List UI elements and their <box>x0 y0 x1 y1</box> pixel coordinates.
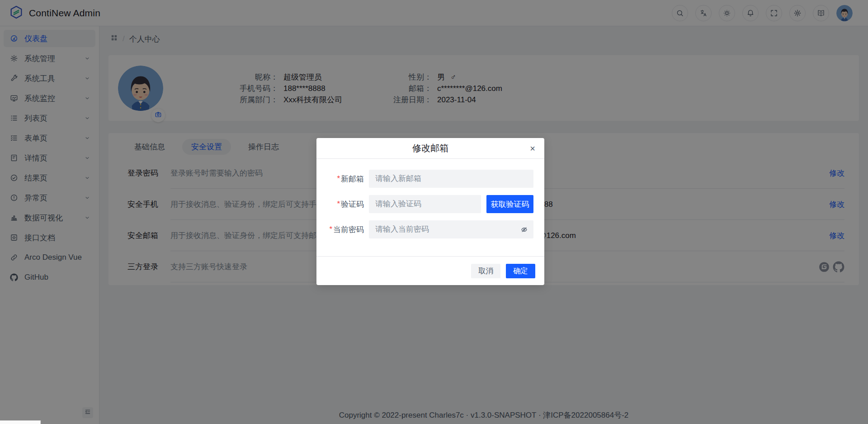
modal-title: 修改邮箱 <box>412 142 448 154</box>
modal-footer: 取消 确定 <box>316 256 544 285</box>
close-icon[interactable]: × <box>528 142 537 155</box>
required-asterisk: * <box>337 200 340 209</box>
form-row-verification-code: * 验证码 获取验证码 <box>316 195 533 213</box>
app-root: ContiNew Admin <box>0 0 868 424</box>
current-password-input[interactable] <box>369 220 533 238</box>
get-code-button[interactable]: 获取验证码 <box>486 195 533 213</box>
field-label-text: 新邮箱 <box>341 174 364 184</box>
input-wrap <box>369 195 481 213</box>
input-wrap <box>369 170 533 188</box>
new-email-input[interactable] <box>369 170 533 188</box>
required-asterisk: * <box>329 225 332 234</box>
form-row-new-email: * 新邮箱 <box>316 170 533 188</box>
cancel-button[interactable]: 取消 <box>471 264 500 278</box>
eye-invisible-icon[interactable] <box>520 226 528 233</box>
verification-code-input[interactable] <box>369 195 481 213</box>
confirm-button[interactable]: 确定 <box>506 264 535 278</box>
field-label-text: 当前密码 <box>333 224 364 235</box>
field-label: * 验证码 <box>316 199 369 210</box>
modal-body: * 新邮箱 * 验证码 获取验证码 * <box>316 159 544 256</box>
required-asterisk: * <box>337 174 340 183</box>
form-row-current-password: * 当前密码 <box>316 220 533 238</box>
input-wrap <box>369 220 533 238</box>
modal-header: 修改邮箱 × <box>316 138 544 159</box>
change-email-modal: 修改邮箱 × * 新邮箱 * 验证码 获取 <box>316 138 544 285</box>
field-label: * 当前密码 <box>316 224 369 235</box>
field-label-text: 验证码 <box>341 199 364 210</box>
horizontal-scrollbar-thumb[interactable] <box>0 420 41 424</box>
field-label: * 新邮箱 <box>316 174 369 184</box>
